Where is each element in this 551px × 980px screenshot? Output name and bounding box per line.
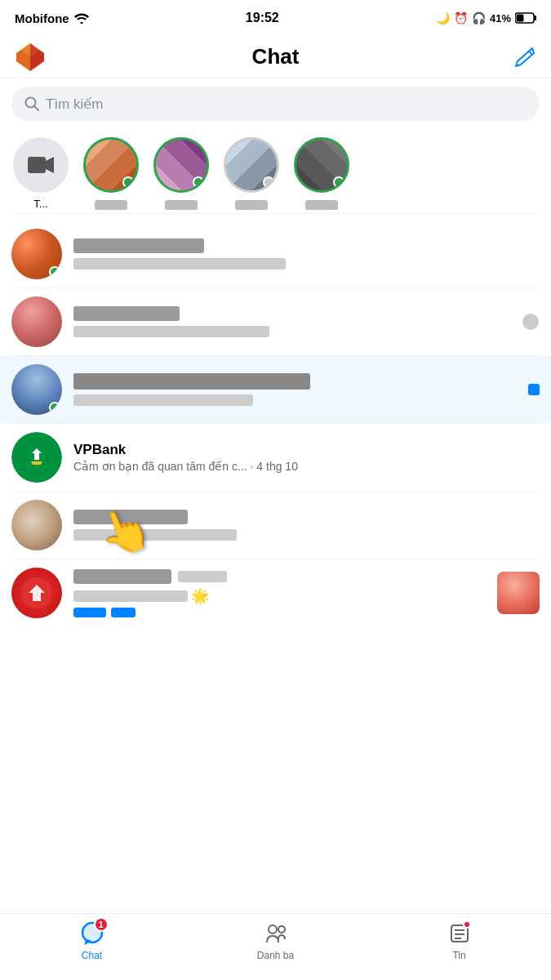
avatar-2 [11,296,62,347]
chat-preview-1 [73,256,528,270]
chat-item-6[interactable]: 🌟 [0,559,551,626]
story-item-4[interactable] [292,137,351,210]
chat-name-1 [73,238,528,253]
search-icon [24,96,39,111]
battery-icon [515,12,536,24]
chat-info-1 [73,238,528,270]
story-name-3 [235,198,268,210]
svg-rect-2 [516,15,523,22]
chat-preview-vpbank: Cảm ơn bạn đã quan tâm đến c... · 4 thg … [73,460,540,473]
bottom-nav: 1 Chat Danh ba Tin [0,913,551,980]
nav-news-icon-container [447,920,473,947]
chat-meta-6 [497,572,540,614]
nav-chat[interactable]: 1 Chat [0,920,184,961]
app-header: Chat [0,36,551,78]
status-time: 19:52 [246,11,279,25]
chat-list: 👆 VPBank Cảm ơn bạn đã quan tâm đến c...… [0,213,551,915]
avatar-3 [11,364,62,415]
svg-line-10 [34,106,38,110]
red-logo-icon [20,577,53,609]
chat-item-1[interactable] [0,220,551,287]
search-bar[interactable]: Tìm kiếm [11,87,540,121]
new-room-button[interactable]: T... [11,137,70,210]
svg-rect-1 [534,16,536,20]
avatar-1 [11,229,62,279]
chat-meta-3 [528,384,540,395]
nav-contacts-icon-container [263,920,289,947]
vpbank-logo-icon [21,442,52,473]
avatar-6 [11,568,62,618]
story-item-1[interactable] [82,137,140,210]
status-right: 🌙 ⏰ 🎧 41% [436,11,536,24]
carrier-text: Mobifone [15,11,69,25]
chat-item-5[interactable] [0,492,551,559]
chat-name-2 [73,306,510,321]
video-camera-icon [26,153,56,177]
contacts-nav-icon [264,921,288,946]
chat-item-vpbank[interactable]: VPBank Cảm ơn bạn đã quan tâm đến c... ·… [0,424,551,491]
battery-text: 41% [490,12,511,24]
status-left: Mobifone [15,11,89,25]
nav-chat-icon-container: 1 [79,920,105,947]
nav-news[interactable]: Tin [367,920,551,961]
svg-marker-12 [46,157,54,173]
story-name-1 [95,198,127,210]
chat-info-6: 🌟 [73,569,486,617]
status-bar: Mobifone 19:52 🌙 ⏰ 🎧 41% [0,0,551,36]
chat-badge: 1 [94,917,109,932]
chat-meta-2 [522,313,540,331]
moon-icon: 🌙 [436,11,450,24]
chat-info-3 [73,373,517,406]
alarm-icon: ⏰ [454,11,468,24]
compose-button[interactable] [512,44,538,70]
chat-preview-6: 🌟 [73,587,486,605]
avatar-5 [11,500,62,550]
story-name-4 [305,198,338,210]
headphones-icon: 🎧 [472,11,486,24]
wifi-icon [74,13,89,24]
svg-point-13 [522,314,539,330]
news-badge [463,920,471,929]
search-placeholder: Tìm kiếm [46,96,103,113]
chat-item-2[interactable] [0,288,551,355]
stories-row: T... [0,129,551,213]
svg-line-8 [529,51,531,54]
chat-preview-2 [73,324,510,337]
messenger-logo-icon [13,40,47,74]
app-logo[interactable] [13,40,47,74]
nav-contacts[interactable]: Danh ba [184,920,367,961]
story-item-3[interactable] [222,137,281,210]
page-title: Chat [252,44,300,69]
compose-icon [514,47,535,68]
chat-nav-label: Chat [82,950,102,961]
new-room-label: T... [33,198,47,210]
svg-rect-11 [28,157,46,173]
story-name-2 [165,198,198,210]
avatar-vpbank [11,432,62,483]
chat-info-2 [73,306,510,337]
read-receipt-icon-2 [522,313,540,331]
news-nav-label: Tin [452,950,465,961]
contacts-nav-label: Danh ba [257,950,294,961]
chat-preview-3 [73,393,517,406]
chat-info-vpbank: VPBank Cảm ơn bạn đã quan tâm đến c... ·… [73,442,540,473]
chat-name-3 [73,373,517,390]
chat-name-vpbank: VPBank [73,442,540,458]
chat-item-3[interactable] [0,356,551,423]
story-item-2[interactable] [152,137,211,210]
svg-point-19 [278,926,285,933]
svg-point-18 [269,925,277,933]
chat-name-6 [73,569,486,584]
